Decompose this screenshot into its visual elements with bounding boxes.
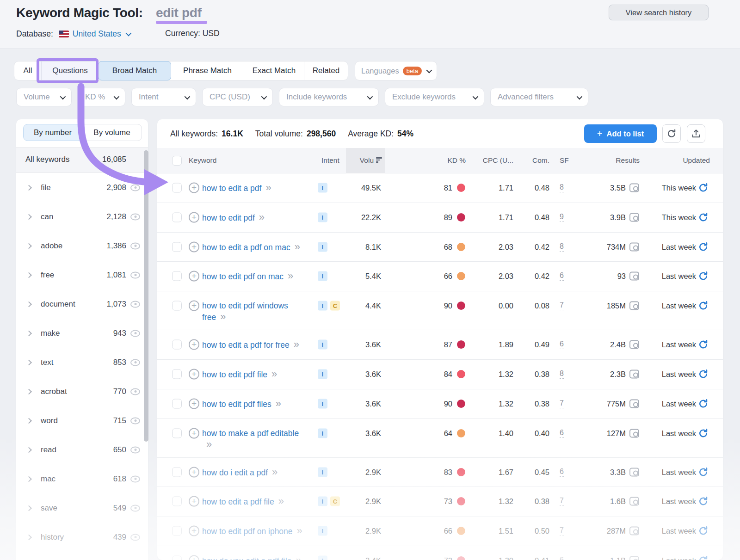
row-checkbox[interactable] <box>172 369 182 379</box>
view-search-history-button[interactable]: View search history <box>609 5 709 20</box>
sf-value[interactable]: 9 <box>560 213 564 222</box>
filter-advanced-filters[interactable]: Advanced filters <box>490 88 588 106</box>
update-button[interactable] <box>698 369 709 379</box>
serp-preview-icon[interactable] <box>629 184 639 192</box>
serp-preview-icon[interactable] <box>629 556 639 560</box>
serp-preview-icon[interactable] <box>629 369 639 378</box>
update-refresh-icon[interactable] <box>698 183 709 193</box>
filter-intent[interactable]: Intent <box>131 88 196 106</box>
expand-keyword-icon[interactable]: » <box>295 241 300 252</box>
row-checkbox[interactable] <box>172 467 182 477</box>
all-keywords-row[interactable]: All keywords 16,085 <box>16 147 148 173</box>
keyword-link[interactable]: how to edit a pdf for free <box>202 340 290 350</box>
update-refresh-icon[interactable] <box>698 467 709 477</box>
add-keyword-icon[interactable]: + <box>189 241 199 252</box>
expand-keyword-icon[interactable]: » <box>278 495 284 507</box>
keyword-group-item[interactable]: document1,073 <box>16 289 148 319</box>
keyword-group-item[interactable]: free1,081 <box>16 260 148 289</box>
add-to-list-button[interactable]: +Add to list <box>584 124 657 143</box>
keyword-group-item[interactable]: acrobat770 <box>16 377 148 406</box>
eye-icon[interactable] <box>130 359 140 366</box>
chevron-right-icon[interactable] <box>26 534 32 540</box>
sf-value[interactable]: 6 <box>560 556 564 560</box>
chevron-right-icon[interactable] <box>26 359 32 365</box>
keyword-link[interactable]: how to edit pdf on mac <box>202 272 284 281</box>
add-keyword-icon[interactable]: + <box>189 183 199 193</box>
expand-keyword-icon[interactable]: » <box>206 438 211 450</box>
chevron-right-icon[interactable] <box>26 301 32 307</box>
update-button[interactable] <box>698 271 709 282</box>
chevron-right-icon[interactable] <box>26 272 32 278</box>
sf-value[interactable]: 7 <box>560 526 564 535</box>
eye-icon[interactable] <box>130 213 140 220</box>
sf-value[interactable]: 6 <box>560 429 564 438</box>
keyword-group-item[interactable]: read650 <box>16 435 148 464</box>
update-refresh-icon[interactable] <box>698 526 709 536</box>
keyword-link[interactable]: how to edit pdf on iphone <box>202 527 293 536</box>
col-intent[interactable]: Intent <box>321 156 339 165</box>
expand-keyword-icon[interactable]: » <box>272 466 277 478</box>
update-refresh-icon[interactable] <box>698 301 709 311</box>
serp-preview-icon[interactable] <box>629 302 639 310</box>
eye-icon[interactable] <box>130 446 140 453</box>
expand-keyword-icon[interactable]: » <box>259 211 264 223</box>
eye-icon[interactable] <box>130 301 140 308</box>
sf-value[interactable]: 7 <box>560 399 564 408</box>
keyword-group-item[interactable]: mac618 <box>16 464 148 493</box>
update-refresh-icon[interactable] <box>698 241 709 252</box>
toggle-by-number[interactable]: By number <box>23 124 82 141</box>
update-button[interactable] <box>698 398 709 409</box>
row-checkbox[interactable] <box>172 212 182 222</box>
filter-exclude-keywords[interactable]: Exclude keywords <box>385 88 484 106</box>
row-checkbox[interactable] <box>172 497 182 506</box>
keyword-group-item[interactable]: file2,908 <box>16 173 148 202</box>
add-keyword-icon[interactable]: + <box>189 428 199 438</box>
serp-preview-icon[interactable] <box>629 497 639 506</box>
update-refresh-icon[interactable] <box>698 398 709 409</box>
keyword-link[interactable]: how do you edit a pdf file <box>202 556 292 560</box>
sf-value[interactable]: 8 <box>560 242 564 252</box>
add-keyword-icon[interactable]: + <box>189 301 199 311</box>
update-refresh-icon[interactable] <box>698 428 709 438</box>
keyword-group-item[interactable]: text853 <box>16 348 148 377</box>
update-refresh-icon[interactable] <box>698 369 709 379</box>
serp-preview-icon[interactable] <box>629 527 639 535</box>
col-results[interactable]: Results <box>580 156 640 165</box>
update-button[interactable] <box>698 467 709 477</box>
filter-cpc-usd-[interactable]: CPC (USD) <box>202 88 273 106</box>
update-refresh-icon[interactable] <box>698 212 709 222</box>
add-keyword-icon[interactable]: + <box>189 555 199 560</box>
toggle-by-volume[interactable]: By volume <box>82 124 142 141</box>
chevron-right-icon[interactable] <box>26 505 32 511</box>
database-select[interactable]: United States <box>73 29 121 39</box>
update-button[interactable] <box>698 212 709 222</box>
chevron-right-icon[interactable] <box>26 185 32 191</box>
serp-preview-icon[interactable] <box>629 272 639 281</box>
serp-preview-icon[interactable] <box>629 242 639 251</box>
col-volume[interactable]: Volu <box>346 156 382 165</box>
eye-icon[interactable] <box>130 475 140 482</box>
eye-icon[interactable] <box>130 330 140 337</box>
filter-include-keywords[interactable]: Include keywords <box>279 88 379 106</box>
add-keyword-icon[interactable]: + <box>189 339 199 350</box>
export-button[interactable] <box>687 124 705 143</box>
chevron-right-icon[interactable] <box>26 243 32 249</box>
row-checkbox[interactable] <box>172 271 182 281</box>
row-checkbox[interactable] <box>172 526 182 536</box>
expand-keyword-icon[interactable]: » <box>294 338 299 350</box>
languages-dropdown[interactable]: Languages beta <box>355 61 437 80</box>
keyword-group-item[interactable]: can2,128 <box>16 202 148 231</box>
add-keyword-icon[interactable]: + <box>189 467 199 477</box>
keyword-link[interactable]: how to edit pdf files <box>202 400 271 409</box>
tab-exact-match[interactable]: Exact Match <box>244 62 304 80</box>
update-button[interactable] <box>698 496 709 507</box>
row-checkbox[interactable] <box>172 399 182 408</box>
update-refresh-icon[interactable] <box>698 271 709 282</box>
sf-value[interactable]: 7 <box>560 497 564 506</box>
keyword-group-item[interactable]: adobe1,386 <box>16 231 148 260</box>
row-checkbox[interactable] <box>172 242 182 252</box>
expand-keyword-icon[interactable]: » <box>276 398 281 409</box>
eye-icon[interactable] <box>130 184 140 191</box>
chevron-right-icon[interactable] <box>26 214 32 220</box>
sf-value[interactable]: 7 <box>560 301 564 310</box>
